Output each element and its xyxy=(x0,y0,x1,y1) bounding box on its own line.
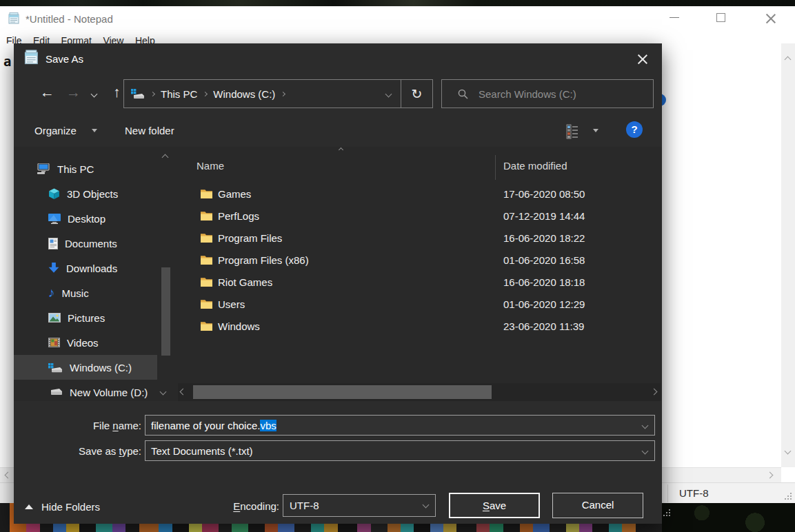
scroll-left-icon[interactable] xyxy=(180,389,187,396)
dialog-close-button[interactable] xyxy=(633,49,654,70)
folder-icon xyxy=(201,321,212,331)
notepad-app-icon xyxy=(8,12,21,25)
file-name-selected-text: vbs xyxy=(260,420,276,431)
organize-dropdown-chevron[interactable] xyxy=(92,129,97,132)
sidebar-item-desktop[interactable]: Desktop xyxy=(14,206,157,231)
organize-button[interactable]: Organize xyxy=(34,125,77,136)
file-row-users[interactable]: Users 01-06-2020 12:29 xyxy=(176,294,662,316)
file-row-program-files-x86[interactable]: Program Files (x86) 01-06-2020 16:58 xyxy=(176,250,662,272)
dropdown-chevron-icon[interactable] xyxy=(642,422,649,429)
sidebar-item-downloads[interactable]: Downloads xyxy=(14,256,157,280)
sidebar-scrollbar-thumb[interactable] xyxy=(161,267,170,356)
sidebar-item-music[interactable]: ♪ Music xyxy=(14,280,157,305)
desktop-wallpaper-bottom-right xyxy=(662,500,795,532)
dropdown-chevron-icon[interactable] xyxy=(642,448,649,455)
notepad-app-icon xyxy=(23,49,40,65)
up-button[interactable]: ↑ xyxy=(113,84,121,101)
column-divider[interactable] xyxy=(495,155,496,180)
breadcrumb-windows-c[interactable]: Windows (C:) xyxy=(213,88,275,100)
column-header-date-modified[interactable]: Date modified xyxy=(503,160,567,172)
dialog-title: Save As xyxy=(46,53,83,65)
cube-3d-icon xyxy=(48,188,60,200)
new-folder-button[interactable]: New folder xyxy=(125,125,174,136)
folder-icon xyxy=(201,299,212,309)
maximize-button[interactable] xyxy=(705,6,737,30)
file-list-horizontal-scrollbar[interactable] xyxy=(178,383,661,401)
notepad-vertical-scrollbar[interactable] xyxy=(781,43,795,467)
column-header-name[interactable]: Name xyxy=(197,160,224,172)
maximize-icon xyxy=(716,13,725,22)
help-button[interactable]: ? xyxy=(626,121,643,138)
sidebar-item-windows-c[interactable]: Windows (C:) xyxy=(14,355,157,380)
scroll-down-icon[interactable] xyxy=(785,448,792,455)
download-arrow-icon xyxy=(48,263,59,274)
breadcrumb-chevron-icon[interactable] xyxy=(281,91,285,96)
scroll-up-icon[interactable] xyxy=(785,57,792,63)
save-as-dialog: Save As ← → ↑ This PC xyxy=(14,43,662,524)
view-details-icon[interactable] xyxy=(566,124,578,139)
file-name-value: filename of your choice. xyxy=(151,420,260,431)
file-list: Name Date modified Games 17-06-2020 08:5… xyxy=(176,147,662,383)
close-button[interactable] xyxy=(755,6,787,30)
scroll-left-icon[interactable] xyxy=(5,472,12,479)
file-row-perflogs[interactable]: PerfLogs 07-12-2019 14:44 xyxy=(176,206,662,228)
sidebar-item-videos[interactable]: Videos xyxy=(14,330,157,355)
scrollbar-thumb[interactable] xyxy=(193,385,492,399)
dialog-resize-grip[interactable] xyxy=(669,515,670,516)
file-row-windows[interactable]: Windows 23-06-2020 11:39 xyxy=(176,316,662,338)
address-bar[interactable]: This PC Windows (C:) ↻ xyxy=(123,79,433,108)
file-rows: Games 17-06-2020 08:50 PerfLogs 07-12-20… xyxy=(176,184,662,338)
sidebar-item-documents[interactable]: Documents xyxy=(14,231,157,256)
file-row-games[interactable]: Games 17-06-2020 08:50 xyxy=(176,184,662,206)
folder-icon xyxy=(201,255,212,265)
music-note-icon: ♪ xyxy=(48,288,55,298)
expand-chevron-icon[interactable] xyxy=(160,389,167,396)
sidebar-item-this-pc[interactable]: This PC xyxy=(14,156,157,181)
search-input[interactable]: Search Windows (C:) xyxy=(441,79,654,108)
forward-button[interactable]: → xyxy=(66,84,81,101)
encoding-select[interactable]: UTF-8 xyxy=(283,494,436,517)
save-as-type-select[interactable]: Text Documents (*.txt) xyxy=(145,440,655,461)
computer-icon xyxy=(37,163,50,174)
caret-up-icon xyxy=(25,504,33,509)
save-button[interactable]: Save xyxy=(449,493,540,518)
folder-icon xyxy=(201,277,212,287)
breadcrumb-this-pc[interactable]: This PC xyxy=(161,88,197,100)
navigation-pane: This PC 3D Objects xyxy=(14,147,176,401)
file-row-riot-games[interactable]: Riot Games 16-06-2020 18:18 xyxy=(176,272,662,294)
scroll-right-icon[interactable] xyxy=(651,389,658,396)
search-icon xyxy=(457,88,469,100)
sidebar-item-pictures[interactable]: Pictures xyxy=(14,305,157,330)
encoding-label: Encoding: xyxy=(221,500,279,512)
sidebar-item-3d-objects[interactable]: 3D Objects xyxy=(14,181,157,206)
folder-icon xyxy=(201,211,212,221)
editor-text: a xyxy=(3,54,11,69)
sidebar-item-new-volume-d[interactable]: New Volume (D:) xyxy=(14,380,157,405)
refresh-button[interactable]: ↻ xyxy=(401,86,432,102)
close-icon xyxy=(766,13,776,23)
file-name-input[interactable]: filename of your choice.vbs xyxy=(145,415,655,436)
file-list-header: Name Date modified xyxy=(176,155,662,180)
window-resize-grip[interactable] xyxy=(790,498,792,500)
notepad-window-title: *Untitled - Notepad xyxy=(26,13,113,25)
dropdown-chevron-icon[interactable] xyxy=(423,502,430,509)
sort-ascending-icon xyxy=(339,147,343,152)
breadcrumb-chevron-icon[interactable] xyxy=(203,91,208,96)
close-icon xyxy=(638,54,647,63)
minimize-button[interactable] xyxy=(658,6,690,30)
dialog-content: This PC 3D Objects xyxy=(14,147,662,401)
statusbar-encoding: UTF-8 xyxy=(679,487,709,499)
recent-locations-chevron[interactable] xyxy=(91,91,98,98)
file-row-program-files[interactable]: Program Files 16-06-2020 18:22 xyxy=(176,228,662,250)
cancel-button[interactable]: Cancel xyxy=(552,493,643,518)
back-button[interactable]: ← xyxy=(40,84,54,101)
statusbar-divider xyxy=(667,484,668,502)
encoding-value: UTF-8 xyxy=(290,500,319,511)
drive-icon xyxy=(131,89,145,99)
scroll-right-icon[interactable] xyxy=(767,472,774,479)
sidebar-scroll-up-icon[interactable] xyxy=(162,154,169,161)
view-dropdown-chevron[interactable] xyxy=(593,129,598,132)
hide-folders-button[interactable]: Hide Folders xyxy=(25,501,100,513)
address-dropdown-chevron[interactable] xyxy=(385,90,392,97)
breadcrumb-chevron-icon[interactable] xyxy=(150,91,155,96)
